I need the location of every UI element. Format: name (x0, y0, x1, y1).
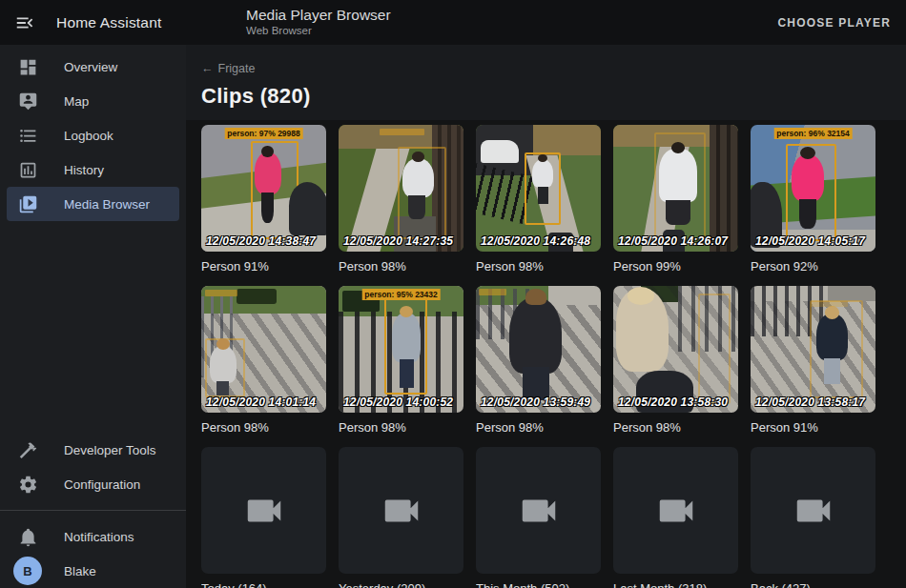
folder-caption: Yesterday (209) (339, 581, 463, 588)
page-title: Clips (820) (201, 84, 891, 109)
clip-card[interactable]: person: 97% 29988 12/05/2020 14:38:47 Pe… (201, 125, 326, 274)
folder-card-back[interactable]: Back (427) (751, 447, 875, 588)
video-camera-icon (517, 489, 561, 533)
clip-card[interactable]: person: 96% 32154 12/05/2020 14:05:17 Pe… (751, 125, 875, 274)
gear-icon (16, 473, 39, 496)
sidebar-divider (0, 510, 186, 511)
sidebar-item-notifications[interactable]: Notifications (7, 519, 179, 554)
clip-card[interactable]: 12/05/2020 13:58:30 Person 98% (613, 286, 738, 435)
scene-layer (432, 125, 463, 252)
clip-card[interactable]: person: 95% 23432 12/05/2020 14:00:52 Pe… (339, 286, 463, 435)
sidebar-item-media-browser[interactable]: Media Browser (7, 187, 179, 221)
hammer-icon (16, 438, 39, 461)
clip-caption: Person 91% (201, 259, 326, 274)
clip-thumbnail[interactable]: 12/05/2020 13:58:30 (613, 286, 738, 413)
timestamp-overlay: 12/05/2020 14:05:17 (755, 234, 865, 248)
sidebar-item-map[interactable]: Map (7, 84, 179, 118)
detection-label: person: 97% 29988 (224, 128, 303, 139)
sidebar-spacer (0, 221, 186, 433)
panel-title-block: Media Player Browser Web Browser (246, 7, 391, 36)
folder-card-this-month[interactable]: This Month (502) (476, 447, 601, 588)
folder-thumbnail[interactable] (476, 447, 601, 574)
sidebar-item-label: Overview (64, 60, 117, 74)
sidebar-item-overview[interactable]: Overview (7, 50, 179, 84)
sidebar-item-label: Media Browser (64, 197, 150, 212)
panel-title: Media Player Browser (246, 7, 391, 24)
timestamp-overlay: 12/05/2020 13:58:17 (755, 395, 865, 409)
detection-label-faint (380, 129, 424, 135)
sidebar-item-profile[interactable]: B Blake (7, 554, 179, 588)
sidebar: Overview Map Logbook History (0, 45, 186, 588)
clip-caption: Person 98% (613, 420, 738, 435)
folder-thumbnail[interactable] (339, 447, 463, 574)
timestamp-overlay: 12/05/2020 14:27:35 (343, 234, 453, 248)
clip-thumbnail[interactable]: person: 97% 29988 12/05/2020 14:38:47 (201, 125, 326, 252)
avatar: B (13, 557, 42, 585)
folder-thumbnail[interactable] (751, 447, 875, 574)
timestamp-overlay: 12/05/2020 14:01:14 (206, 395, 316, 409)
clip-caption: Person 99% (613, 259, 738, 274)
folder-thumbnail[interactable] (201, 447, 326, 574)
person-figure (616, 289, 669, 373)
clip-thumbnail[interactable]: person: 95% 23432 12/05/2020 14:00:52 (339, 286, 463, 413)
sidebar-item-configuration[interactable]: Configuration (7, 467, 179, 501)
video-camera-icon (654, 489, 698, 533)
play-box-multiple-icon (16, 193, 39, 215)
sidebar-item-label: Configuration (64, 477, 140, 492)
clip-card[interactable]: 12/05/2020 13:59:49 Person 98% (476, 286, 601, 435)
sidebar-item-developer-tools[interactable]: Developer Tools (7, 433, 179, 467)
clip-caption: Person 92% (751, 259, 875, 274)
scene-layer (828, 286, 875, 301)
detection-label-faint (205, 290, 237, 296)
person-figure (392, 313, 421, 362)
breadcrumb[interactable]: ← Frigate (201, 62, 255, 75)
clip-thumbnail[interactable]: 12/05/2020 13:58:17 (751, 286, 875, 413)
folder-card-yesterday[interactable]: Yesterday (209) (339, 447, 463, 588)
sidebar-item-label: Developer Tools (64, 443, 156, 457)
clip-caption: Person 98% (339, 259, 463, 274)
sidebar-item-logbook[interactable]: Logbook (7, 118, 179, 152)
person-figure (509, 297, 562, 374)
detection-label: person: 96% 32154 (773, 128, 853, 139)
clip-caption: Person 98% (201, 420, 326, 435)
clip-thumbnail[interactable]: 12/05/2020 14:01:14 (201, 286, 326, 413)
clip-caption: Person 98% (476, 259, 601, 274)
person-figure (792, 154, 824, 201)
view-dashboard-icon (16, 55, 39, 78)
sidebar-item-label: History (64, 163, 104, 177)
breadcrumb-label: Frigate (218, 62, 256, 75)
sidebar-item-label: Blake (64, 564, 96, 578)
clip-card[interactable]: 12/05/2020 14:01:14 Person 98% (201, 286, 326, 435)
clip-caption: Person 98% (339, 420, 463, 435)
folder-caption: Last Month (318) (613, 581, 738, 588)
sidebar-item-history[interactable]: History (7, 152, 179, 187)
menu-open-icon[interactable] (6, 4, 44, 42)
clip-thumbnail[interactable]: 12/05/2020 14:26:48 (476, 125, 601, 252)
content-header: ← Frigate Clips (820) (186, 45, 906, 120)
person-figure (816, 314, 848, 360)
stroller-figure (289, 182, 326, 235)
detection-label: person: 95% 23432 (361, 289, 441, 300)
clip-card[interactable]: 12/05/2020 14:27:35 Person 98% (339, 125, 463, 274)
video-camera-icon (380, 489, 423, 533)
folder-caption: Today (164) (201, 581, 326, 588)
clip-thumbnail[interactable]: person: 96% 32154 12/05/2020 14:05:17 (751, 125, 875, 252)
person-figure (659, 149, 696, 202)
detection-label-faint (811, 301, 848, 307)
clip-card[interactable]: 12/05/2020 13:58:17 Person 91% (751, 286, 875, 435)
folder-card-today[interactable]: Today (164) (201, 447, 326, 588)
choose-player-button[interactable]: CHOOSE PLAYER (777, 0, 891, 45)
folder-caption: This Month (502) (476, 581, 601, 588)
app-name: Home Assistant (56, 14, 161, 31)
clip-card[interactable]: 12/05/2020 14:26:07 Person 99% (613, 125, 738, 274)
clips-grid: person: 97% 29988 12/05/2020 14:38:47 Pe… (201, 125, 891, 588)
clip-thumbnail[interactable]: 12/05/2020 13:59:49 (476, 286, 601, 413)
clip-thumbnail[interactable]: 12/05/2020 14:26:07 (613, 125, 738, 252)
person-figure (402, 158, 434, 197)
clip-card[interactable]: 12/05/2020 14:26:48 Person 98% (476, 125, 601, 274)
folder-card-last-month[interactable]: Last Month (318) (613, 447, 738, 588)
folder-thumbnail[interactable] (613, 447, 738, 574)
clip-thumbnail[interactable]: 12/05/2020 14:27:35 (339, 125, 463, 252)
bell-icon (16, 525, 39, 548)
scene-layer (710, 125, 738, 252)
